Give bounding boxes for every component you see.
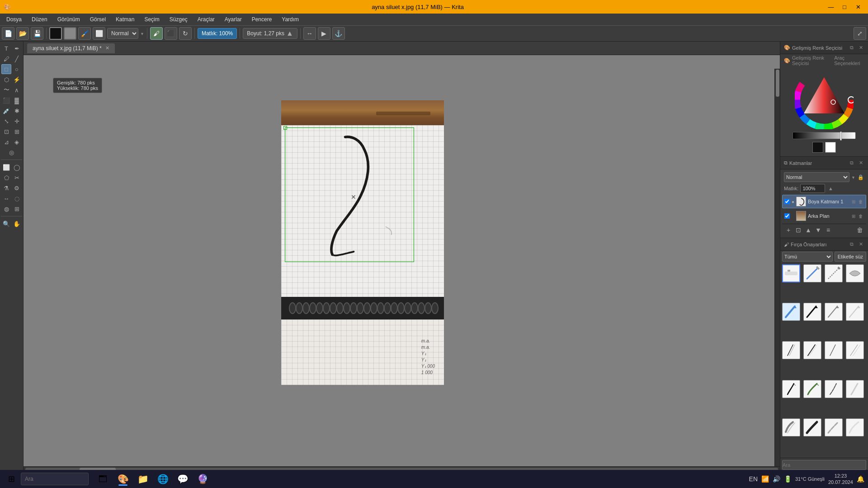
brush-tag-btn[interactable]: Etiketle süz [835,252,866,262]
eraser-mode[interactable]: ⬜ [93,27,105,40]
calligraphy-tool[interactable]: ✒ [12,43,22,53]
close-tab-btn[interactable]: ✕ [105,45,109,51]
layer-item-paint[interactable]: ● Boya Katmanı 1 ⊞ 🗑 [782,195,866,208]
layer-item-bg[interactable]: ● Arka Plan ⊞ 🗑 [782,209,866,223]
polygon-tool[interactable]: ⬡ [1,75,11,84]
color-panel-close[interactable]: ✕ [857,44,864,52]
taskbar-whatsapp[interactable]: 💬 [174,471,192,487]
assistant-tool[interactable]: ◈ [12,137,22,147]
language-icon[interactable]: EN [749,475,758,483]
refresh-btn[interactable]: ↻ [179,27,192,40]
taskbar-task-view[interactable]: 🗔 [94,471,112,487]
move-up-btn[interactable]: ▲ [804,225,813,235]
magic-wand-tool[interactable]: ⚗ [1,183,11,193]
taskbar-app5[interactable]: 🔮 [193,471,212,487]
menu-pencere[interactable]: Pencere [247,15,277,23]
layers-float[interactable]: ⧉ [848,160,855,167]
menu-suzgec[interactable]: Süzgeç [165,15,192,23]
menu-secim[interactable]: Seçim [140,15,164,23]
layer-blend-mode[interactable]: Normal [784,172,849,182]
fill-tool[interactable]: ⬛ [165,27,177,40]
magnetic-select[interactable]: ◍ [1,204,11,214]
brush-panel-close[interactable]: ✕ [857,241,864,248]
add-layer-btn[interactable]: + [784,225,793,235]
taskbar-krita[interactable]: 🎨 [114,471,132,487]
brush-preset-basic1[interactable] [782,264,800,282]
menu-gorunum[interactable]: Görünüm [53,15,85,23]
poly-line[interactable]: ∧ [12,85,22,95]
layer-dup[interactable]: ⊞ [850,198,857,205]
brush-preset-basic4[interactable] [846,264,864,282]
blend-mode-select[interactable]: Normal [107,28,138,39]
ellipse-tool[interactable]: ○ [12,64,22,74]
similar-select-tool[interactable]: ⚙ [12,183,22,193]
canvas-scroll-area[interactable]: Genişlik: 780 pks Yükseklik: 780 pks [24,55,780,466]
pan-tool[interactable]: ✋ [12,219,22,229]
menu-araclar[interactable]: Araçlar [193,15,219,23]
smart-patch-tool[interactable]: ✱ [12,106,22,116]
new-btn[interactable]: 📄 [2,27,14,40]
mirror-h-btn[interactable]: ↔ [303,27,316,40]
menu-gorsel[interactable]: Görsel [85,15,110,23]
layer-opts-btn[interactable]: ≡ [824,225,833,235]
brush-preset-p2[interactable] [803,341,821,359]
menu-katman[interactable]: Katman [111,15,139,23]
vertical-scrollbar[interactable] [774,69,780,466]
brush-preset-b2[interactable] [803,303,821,321]
brush-preset-m1[interactable] [782,418,800,436]
freehand-tool[interactable]: 〜 [1,85,11,95]
select-all[interactable]: ⊞ [12,204,22,214]
brush-preset-p1[interactable] [782,341,800,359]
rect-select-tool[interactable]: ⬜ [1,162,11,172]
brush-preset-b4[interactable] [846,303,864,321]
measure-tool[interactable]: ⊿ [1,137,11,147]
brush-preset-m3[interactable] [825,418,843,436]
fill-tool-box[interactable]: ⬛ [1,95,11,105]
poly-select-tool[interactable]: ⬠ [1,173,11,183]
canvas-tab-item[interactable]: ayna siluet x.jpg (11,7 MiB) * ✕ [27,43,115,53]
layer-dup2[interactable]: ⊞ [850,213,857,219]
open-btn[interactable]: 📂 [16,27,29,40]
color-fg[interactable] [49,27,62,40]
opacity-up[interactable]: ▲ [827,185,834,192]
taskbar-search[interactable] [21,473,89,485]
paint-tool[interactable]: 🖌 [150,27,163,40]
maximize-button[interactable]: □ [838,2,851,11]
foreground-color-swatch[interactable] [812,142,823,153]
layer-del2[interactable]: 🗑 [858,213,864,219]
ellipse-select-tool[interactable]: ◯ [12,162,22,172]
move-tool[interactable]: ✛ [12,116,22,126]
menu-ayarlar[interactable]: Ayarlar [220,15,246,23]
vscroll-thumb[interactable] [776,70,779,97]
brush-preset-ink4[interactable] [846,380,864,398]
anchor-btn[interactable]: ⚓ [332,27,345,40]
path-tool[interactable]: ⚡ [12,75,22,84]
brush-preset-ink2[interactable] [803,380,821,398]
filter-brush[interactable]: ◎ [7,147,17,157]
color-bg[interactable] [64,27,76,40]
play-btn[interactable]: ▶ [318,27,330,40]
crop-tool[interactable]: ⊡ [1,127,11,136]
lasso-select[interactable]: ◌ [12,193,22,203]
minimize-button[interactable]: — [825,2,837,11]
text-tool[interactable]: T [1,43,11,53]
save-btn[interactable]: 💾 [31,27,43,40]
brush-preset-p4[interactable] [846,341,864,359]
transform-tool[interactable]: ⤡ [1,116,11,126]
layer-lock-btn[interactable]: 🔒 [857,174,864,181]
layers-close[interactable]: ✕ [857,160,864,167]
brush-size-up[interactable]: ▲ [286,29,293,38]
brush-category-select[interactable]: Tümü [782,252,833,262]
brush-preset-p3[interactable] [825,341,843,359]
brush-tool[interactable]: 🖊 [1,54,11,64]
menu-duzen[interactable]: Düzen [27,15,52,23]
move-down-btn[interactable]: ▼ [814,225,823,235]
delete-layer-btn[interactable]: 🗑 [855,225,864,235]
menu-dosya[interactable]: Dosya [2,15,26,23]
layer-del[interactable]: 🗑 [858,198,864,205]
line-tool[interactable]: ╱ [12,54,22,64]
brush-preset-b1[interactable] [782,303,800,321]
color-panel-float[interactable]: ⧉ [848,44,855,52]
eyedropper-tool[interactable]: 💉 [1,106,11,116]
transform-select-tool[interactable]: ↔ [1,193,11,203]
